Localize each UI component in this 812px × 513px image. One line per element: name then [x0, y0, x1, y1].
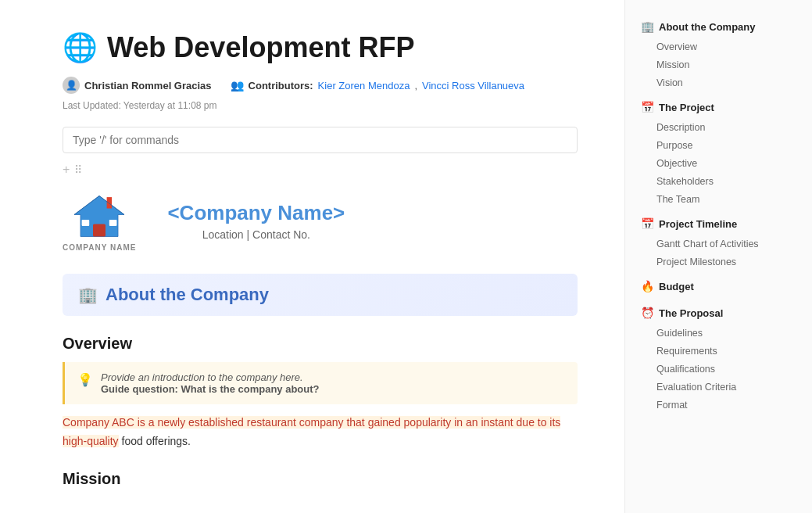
sidebar-section-budget-header[interactable]: 🔥 Budget [628, 275, 809, 297]
sidebar-proposal-icon: ⏰ [641, 307, 654, 319]
contributor-1[interactable]: Kier Zoren Mendoza [318, 80, 410, 91]
drag-icon: ⠿ [74, 163, 82, 176]
sidebar-item-objective[interactable]: Objective [628, 155, 809, 172]
last-updated-label: Last Updated: [63, 100, 121, 111]
author-name: Christian Rommel Gracias [84, 80, 212, 91]
contributor-separator: , [414, 80, 417, 91]
sidebar-item-vision[interactable]: Vision [628, 74, 809, 91]
sidebar-timeline-icon: 📅 [641, 217, 654, 230]
company-name: <Company Name> [167, 201, 345, 225]
contributors-icon: 👥 [231, 79, 244, 91]
callout-line1: Provide an introduction to the company h… [101, 371, 320, 383]
svg-rect-1 [93, 224, 106, 237]
sidebar-item-gantt[interactable]: Gantt Chart of Activities [628, 235, 809, 253]
contributor-2[interactable]: Vincci Ross Villanueva [422, 80, 524, 91]
overview-title: Overview [63, 335, 578, 353]
sidebar-section-project: 📅 The Project Description Purpose Object… [625, 96, 812, 208]
sidebar-budget-icon: 🔥 [641, 280, 654, 292]
overview-section: Overview 💡 Provide an introduction to th… [63, 335, 578, 451]
sidebar-section-budget: 🔥 Budget [625, 275, 812, 297]
overview-text-normal: food offerings. [119, 435, 191, 447]
avatar: 👤 [63, 77, 80, 94]
callout-line2: Guide question: What is the company abou… [101, 383, 320, 395]
mission-title: Mission [63, 470, 578, 488]
add-button[interactable]: + [63, 163, 70, 177]
sidebar-project-title: The Project [659, 102, 714, 113]
sidebar-section-timeline: 📅 Project Timeline Gantt Chart of Activi… [625, 213, 812, 271]
command-input[interactable] [63, 127, 578, 153]
sidebar-budget-title: Budget [659, 281, 694, 292]
sidebar-item-guidelines[interactable]: Guidelines [628, 325, 809, 342]
sidebar-item-stakeholders[interactable]: Stakeholders [628, 173, 809, 190]
page-title-row: 🌐 Web Development RFP [63, 31, 578, 64]
sidebar-item-description[interactable]: Description [628, 119, 809, 136]
about-section-icon: 🏢 [78, 285, 98, 304]
sidebar-about-icon: 🏢 [641, 20, 654, 33]
sidebar-section-about: 🏢 About the Company Overview Mission Vis… [625, 16, 812, 91]
sidebar-item-evaluation[interactable]: Evaluation Criteria [628, 378, 809, 396]
guide-callout-text: Provide an introduction to the company h… [101, 371, 320, 395]
company-info: <Company Name> Location | Contact No. [167, 201, 345, 241]
svg-rect-4 [107, 197, 112, 208]
sidebar-item-purpose[interactable]: Purpose [628, 137, 809, 154]
last-updated-value: Yesterday at 11:08 pm [123, 100, 217, 111]
overview-body: Company ABC is a newly established resta… [63, 414, 578, 451]
company-logo-svg [68, 189, 131, 240]
svg-rect-3 [109, 220, 117, 226]
sidebar-item-overview[interactable]: Overview [628, 38, 809, 56]
sidebar-item-mission[interactable]: Mission [628, 56, 809, 74]
contributors-label: Contributors: [249, 80, 313, 91]
sidebar-section-proposal: ⏰ The Proposal Guidelines Requirements Q… [625, 302, 812, 414]
page-title-icon: 🌐 [63, 31, 98, 64]
sidebar-section-proposal-header[interactable]: ⏰ The Proposal [628, 302, 809, 324]
company-location: Location | Contact No. [202, 228, 310, 241]
about-section-title: About the Company [106, 285, 269, 305]
main-content: 🌐 Web Development RFP 👤 Christian Rommel… [0, 0, 624, 513]
meta-contributors: 👥 Contributors: Kier Zoren Mendoza, Vinc… [231, 79, 525, 91]
sidebar-about-title: About the Company [659, 21, 756, 33]
guide-callout: 💡 Provide an introduction to the company… [63, 362, 578, 404]
sidebar-section-project-header[interactable]: 📅 The Project [628, 96, 809, 118]
page-title: Web Development RFP [107, 31, 414, 64]
command-input-row [63, 127, 578, 153]
sidebar-section-timeline-header[interactable]: 📅 Project Timeline [628, 213, 809, 235]
company-card: COMPANY NAME <Company Name> Location | C… [63, 189, 578, 252]
callout-bulb-icon: 💡 [77, 372, 93, 387]
meta-row: 👤 Christian Rommel Gracias 👥 Contributor… [63, 77, 578, 94]
meta-author: 👤 Christian Rommel Gracias [63, 77, 212, 94]
sidebar-item-format[interactable]: Format [628, 396, 809, 414]
about-section-header: 🏢 About the Company [63, 274, 578, 316]
company-logo-label: COMPANY NAME [63, 243, 136, 252]
add-drag-row[interactable]: + ⠿ [63, 163, 578, 177]
sidebar-timeline-title: Project Timeline [659, 218, 737, 230]
sidebar: 🏢 About the Company Overview Mission Vis… [624, 0, 812, 513]
sidebar-item-milestones[interactable]: Project Milestones [628, 253, 809, 271]
svg-rect-2 [82, 220, 90, 226]
sidebar-item-qualifications[interactable]: Qualifications [628, 361, 809, 378]
sidebar-item-requirements[interactable]: Requirements [628, 343, 809, 360]
company-logo-area: COMPANY NAME [63, 189, 136, 252]
mission-section: Mission [63, 470, 578, 488]
sidebar-project-icon: 📅 [641, 101, 654, 113]
sidebar-proposal-title: The Proposal [659, 307, 723, 319]
last-updated-row: Last Updated: Yesterday at 11:08 pm [63, 100, 578, 111]
sidebar-item-the-team[interactable]: The Team [628, 191, 809, 208]
sidebar-section-about-header[interactable]: 🏢 About the Company [628, 16, 809, 38]
